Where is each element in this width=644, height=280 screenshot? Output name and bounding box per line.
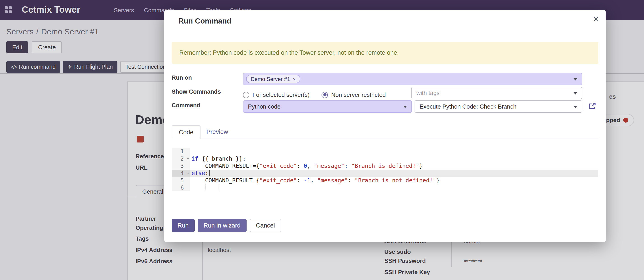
gutter-line-number: 6 <box>172 184 190 191</box>
code-token: } <box>419 162 423 169</box>
code-token: if <box>192 155 198 162</box>
code-token: "message" <box>317 177 348 184</box>
radio-for-selected-servers[interactable] <box>243 92 249 98</box>
run-button[interactable]: Run <box>172 219 195 232</box>
external-link-icon[interactable] <box>588 102 596 110</box>
code-token: COMMAND_RESULT={ <box>192 177 260 184</box>
close-icon[interactable]: × <box>593 15 598 24</box>
code-token: } <box>436 177 440 184</box>
modal-footer: Run Run in wizard Cancel <box>172 219 281 232</box>
modal-tabbar: Code Preview <box>172 125 598 138</box>
cancel-button[interactable]: Cancel <box>250 219 281 232</box>
chevron-down-icon <box>574 78 577 80</box>
run-in-wizard-button[interactable]: Run in wizard <box>198 219 246 232</box>
gutter-line-number: 5 <box>172 177 190 184</box>
editor-lines: if {{ branch }}: COMMAND_RESULT={"exit_c… <box>190 148 598 191</box>
code-token: : <box>348 177 354 184</box>
code-token: , <box>310 177 317 184</box>
command-select[interactable]: Execute Python Code: Check Branch <box>414 100 582 113</box>
code-token: : <box>297 162 304 169</box>
tab-code[interactable]: Code <box>172 125 201 139</box>
gutter-line-number: 3 <box>172 162 190 170</box>
command-value: Execute Python Code: Check Branch <box>420 103 516 110</box>
code-token: 0 <box>304 162 307 169</box>
with-tags-placeholder: with tags <box>416 90 440 96</box>
code-token: "Branch is not defined!" <box>355 177 436 184</box>
code-token: -1 <box>304 177 310 184</box>
server-tag[interactable]: Demo Server #1 × <box>246 75 300 83</box>
run-on-select[interactable]: Demo Server #1 × <box>243 73 582 85</box>
code-token: : <box>297 177 304 184</box>
code-line[interactable] <box>190 148 598 155</box>
code-token: else <box>192 170 205 176</box>
fold-arrow-icon[interactable]: ▾ <box>187 155 189 162</box>
tab-preview[interactable]: Preview <box>200 125 235 139</box>
code-token: "message" <box>314 162 344 169</box>
with-tags-select[interactable]: with tags <box>412 87 582 99</box>
text-cursor <box>209 170 210 176</box>
command-label: Command <box>172 102 200 108</box>
editor-gutter: 12▾34▾56 <box>172 148 190 191</box>
fold-arrow-icon[interactable]: ▾ <box>187 170 189 177</box>
code-token: "Branch is defined!" <box>351 162 419 169</box>
gutter-line-number: 4▾ <box>172 170 190 177</box>
code-line[interactable]: else: <box>190 170 598 177</box>
code-line[interactable] <box>190 184 598 191</box>
code-editor[interactable]: 12▾34▾56 if {{ branch }}: COMMAND_RESULT… <box>172 147 598 192</box>
show-commands-options: For selected server(s) Non server restri… <box>243 89 386 101</box>
code-token: : <box>205 170 208 176</box>
chevron-down-icon <box>574 92 577 94</box>
gutter-line-number: 1 <box>172 148 190 155</box>
run-on-label: Run on <box>172 74 192 81</box>
gutter-line-number: 2▾ <box>172 155 190 162</box>
code-token: "exit_code" <box>260 177 297 184</box>
server-tag-label: Demo Server #1 <box>251 76 290 82</box>
radio-non-server-restricted-label[interactable]: Non server restricted <box>331 91 386 98</box>
code-token: , <box>307 162 314 169</box>
show-commands-label: Show Commands <box>172 88 221 95</box>
modal-title: Run Command <box>178 17 232 25</box>
code-line[interactable]: COMMAND_RESULT={"exit_code": 0, "message… <box>190 162 598 170</box>
code-token: {{ branch }}: <box>198 155 246 162</box>
indent-guide <box>205 184 206 191</box>
chevron-down-icon <box>403 106 407 108</box>
indent-guide <box>218 184 219 191</box>
command-type-value: Python code <box>248 103 281 110</box>
code-line[interactable]: if {{ branch }}: <box>190 155 598 162</box>
code-token: "exit_code" <box>260 162 297 169</box>
tag-remove-icon[interactable]: × <box>293 76 296 82</box>
code-token: COMMAND_RESULT={ <box>192 162 260 169</box>
code-line[interactable]: COMMAND_RESULT={"exit_code": -1, "messag… <box>190 177 598 184</box>
chevron-down-icon <box>574 106 577 108</box>
run-command-modal: Run Command × Remember: Python code is e… <box>164 10 606 242</box>
alert-banner: Remember: Python code is executed on the… <box>172 42 598 64</box>
radio-non-server-restricted[interactable] <box>322 92 328 98</box>
code-token: : <box>344 162 351 169</box>
command-type-select[interactable]: Python code <box>243 100 412 113</box>
radio-for-selected-servers-label[interactable]: For selected server(s) <box>252 91 310 98</box>
screen: Cetmix Tower Servers Commands Files Tool… <box>0 0 644 280</box>
